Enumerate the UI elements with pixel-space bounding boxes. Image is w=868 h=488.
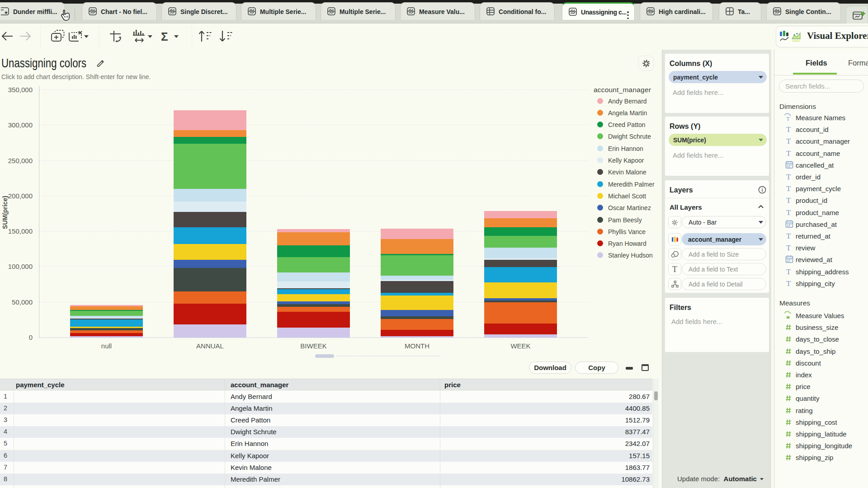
svg-text:T: T <box>786 115 790 122</box>
